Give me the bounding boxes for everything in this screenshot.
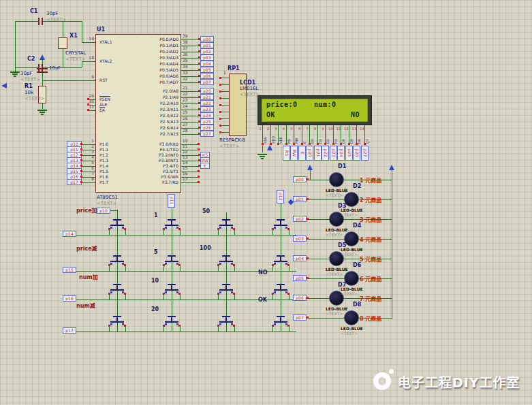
led-body[interactable] <box>344 271 359 286</box>
terminal-square <box>80 159 82 161</box>
net-label[interactable]: p07 <box>293 314 307 321</box>
net-label[interactable]: E <box>298 146 306 161</box>
net-label[interactable]: p20 <box>200 88 214 94</box>
net-label[interactable]: p01 <box>200 42 214 48</box>
lcd-ref[interactable]: LCD1 <box>240 80 255 86</box>
net-label[interactable]: p22 <box>322 146 329 161</box>
push-button[interactable] <box>270 315 291 331</box>
led-body[interactable] <box>344 192 359 207</box>
net-label[interactable]: p00 <box>293 176 307 182</box>
u1-pin-name: P2.7/A15 <box>128 131 178 136</box>
push-button[interactable] <box>216 218 236 235</box>
net-label[interactable]: p21 <box>314 146 322 161</box>
push-button[interactable] <box>216 315 236 331</box>
push-button-part <box>165 225 178 226</box>
terminal-square <box>307 238 309 240</box>
push-button[interactable] <box>161 315 182 331</box>
led-ref: D2 <box>353 183 361 189</box>
net-label[interactable]: p24 <box>200 112 214 118</box>
net-label[interactable]: p23 <box>330 146 337 161</box>
key-label-20: 20 <box>151 306 159 312</box>
push-button[interactable] <box>270 255 291 271</box>
net-label[interactable]: p07 <box>200 79 214 85</box>
net-label[interactable]: p03 <box>293 236 307 242</box>
net-label[interactable]: RS <box>283 146 290 161</box>
terminal-square <box>198 114 200 116</box>
net-label[interactable]: E <box>200 163 210 169</box>
u1-pin-name: P3.1/TXD <box>128 147 178 152</box>
net-label[interactable]: p11 <box>168 194 175 208</box>
wire <box>82 182 95 183</box>
net-label[interactable]: p27 <box>200 131 214 137</box>
net-label[interactable]: p17 <box>63 327 76 334</box>
lcd-pin-name: VSS <box>263 131 267 144</box>
net-label[interactable]: p01 <box>293 196 307 202</box>
u1-pin-number: 14 <box>183 160 192 165</box>
net-label[interactable]: p20 <box>306 146 313 161</box>
net-label[interactable]: p00 <box>200 36 214 42</box>
net-label[interactable]: p06 <box>200 73 214 79</box>
terminal-square <box>198 143 200 145</box>
net-label[interactable]: p15 <box>63 267 76 273</box>
lcd-display[interactable]: price:0 num:0 OK NO <box>257 95 372 125</box>
net-label[interactable]: p25 <box>345 146 353 161</box>
push-button[interactable] <box>107 255 127 271</box>
net-label[interactable]: p16 <box>63 295 76 302</box>
push-button[interactable] <box>161 255 182 271</box>
net-label[interactable]: p05 <box>200 67 214 73</box>
u1-ref[interactable]: U1 <box>97 27 105 33</box>
push-button[interactable] <box>216 283 236 299</box>
ground-symbol <box>260 156 265 157</box>
c2-ref[interactable]: C2 <box>27 56 35 62</box>
push-button[interactable] <box>216 255 236 271</box>
push-button[interactable] <box>161 218 182 235</box>
led-body[interactable] <box>329 172 344 187</box>
u1-pin-number: 25 <box>183 110 192 114</box>
net-label[interactable]: RW <box>290 146 298 161</box>
net-label[interactable]: p17 <box>67 179 82 185</box>
net-label[interactable]: p14 <box>63 231 76 237</box>
push-button[interactable] <box>161 283 182 299</box>
push-button[interactable] <box>107 218 127 235</box>
lcd-line1-num: num:0 <box>314 101 337 108</box>
rp1-ref[interactable]: RP1 <box>228 65 240 71</box>
terminal-square <box>198 75 200 77</box>
power-arrow <box>40 54 45 60</box>
net-label[interactable]: p05 <box>293 275 307 281</box>
net-label[interactable]: p27 <box>361 146 369 161</box>
led-body[interactable] <box>344 231 359 246</box>
u1-pin-number: 12 <box>183 149 192 154</box>
r1-ref[interactable]: R1 <box>25 83 33 89</box>
net-label[interactable]: p03 <box>200 54 214 61</box>
wire <box>42 80 95 81</box>
wire <box>221 98 229 99</box>
x1-ref[interactable]: X1 <box>69 33 78 39</box>
wire <box>308 318 344 319</box>
net-label[interactable]: p22 <box>200 100 214 106</box>
net-label[interactable]: p04 <box>200 61 214 67</box>
c1-ref[interactable]: C1 <box>30 8 37 14</box>
lcd-pin-name: D6 <box>357 131 361 144</box>
schematic-canvas: C1 30pF <TEXT> C2 30pF <TEXT> X1 CRYSTAL… <box>0 0 532 405</box>
terminal-square <box>309 143 311 145</box>
net-label[interactable]: p12 <box>277 190 284 204</box>
led-body[interactable] <box>344 310 359 325</box>
x1-crystal-body[interactable] <box>58 37 67 49</box>
push-button[interactable] <box>270 218 291 235</box>
net-label[interactable]: p26 <box>200 125 214 131</box>
net-label[interactable]: p06 <box>293 295 307 301</box>
push-button-part <box>110 227 112 229</box>
net-label[interactable]: p04 <box>293 255 307 261</box>
net-label[interactable]: p23 <box>200 106 214 112</box>
net-label[interactable]: p02 <box>200 48 214 54</box>
net-label[interactable]: p25 <box>200 118 214 125</box>
net-label[interactable]: p21 <box>200 94 214 100</box>
net-label[interactable]: p02 <box>293 216 307 222</box>
push-button[interactable] <box>270 283 291 299</box>
lcd-pin-name: E <box>302 131 307 144</box>
net-label[interactable]: p10 <box>97 208 110 214</box>
net-label[interactable]: p24 <box>337 146 345 161</box>
net-label[interactable]: p26 <box>353 146 360 161</box>
push-button[interactable] <box>107 283 127 299</box>
push-button[interactable] <box>107 315 127 331</box>
